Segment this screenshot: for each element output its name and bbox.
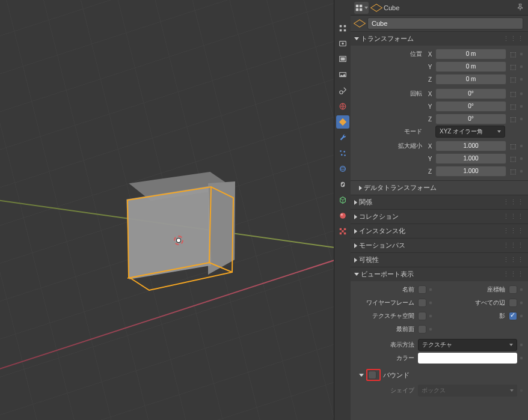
show-in-front-checkbox[interactable] [418, 325, 426, 333]
tab-output[interactable] [336, 53, 349, 66]
svg-rect-28 [360, 8, 362, 10]
object-color-field[interactable] [418, 353, 517, 364]
lock-icon[interactable]: ⬚ [509, 154, 517, 163]
show-name-checkbox[interactable] [418, 285, 426, 294]
display-as-select[interactable]: テクスチャ [418, 339, 517, 351]
location-y-field[interactable]: 0 m [435, 61, 506, 72]
lock-icon[interactable]: ⬚ [509, 62, 517, 71]
keyframe-dot[interactable] [520, 52, 523, 56]
keyframe-dot[interactable] [520, 301, 523, 305]
properties-panel: Cube トランスフォーム ⋮⋮⋮ 位置X0 m⬚ Y0 m⬚ Z0 m⬚ 回転… [351, 0, 528, 420]
keyframe-dot[interactable] [429, 288, 432, 291]
pin-icon[interactable] [516, 3, 524, 13]
viewport-3d[interactable] [0, 0, 334, 420]
keyframe-dot[interactable] [429, 314, 432, 318]
svg-point-11 [344, 154, 346, 156]
section-transform-header[interactable]: トランスフォーム ⋮⋮⋮ [351, 31, 528, 46]
svg-rect-22 [339, 233, 342, 235]
rotation-x-field[interactable]: 0° [435, 88, 506, 99]
show-texspace-checkbox[interactable] [418, 312, 426, 320]
section-viewport-display-header[interactable]: ビューポート表示⋮⋮⋮ [351, 267, 528, 281]
svg-rect-25 [356, 4, 358, 7]
section-label: トランスフォーム [361, 34, 414, 43]
svg-point-10 [340, 154, 342, 156]
svg-point-1 [342, 43, 344, 45]
svg-rect-17 [342, 228, 344, 231]
show-shadow-checkbox[interactable] [509, 312, 517, 320]
keyframe-dot[interactable] [520, 157, 523, 160]
keyframe-dot[interactable] [520, 288, 523, 291]
keyframe-dot[interactable] [520, 117, 523, 121]
svg-point-5 [339, 91, 342, 94]
svg-rect-19 [339, 230, 342, 233]
keyframe-dot[interactable] [520, 389, 523, 392]
lock-icon[interactable]: ⬚ [509, 75, 517, 84]
svg-rect-7 [339, 118, 346, 126]
scale-y-field[interactable]: 1.000 [435, 153, 506, 164]
scale-z-field[interactable]: 1.000 [435, 166, 506, 177]
tab-material[interactable] [336, 209, 349, 222]
object-name-field[interactable] [367, 17, 523, 29]
keyframe-dot[interactable] [429, 327, 432, 331]
tab-view-layer[interactable] [336, 68, 349, 82]
section-instancing-header[interactable]: インスタンス化⋮⋮⋮ [351, 224, 528, 238]
section-motion-paths-header[interactable]: モーションパス⋮⋮⋮ [351, 238, 528, 252]
location-z-field[interactable]: 0 m [435, 74, 506, 85]
keyframe-dot[interactable] [520, 105, 523, 108]
section-collections-header[interactable]: コレクション⋮⋮⋮ [351, 209, 528, 224]
svg-point-15 [340, 214, 343, 216]
panel-header: Cube [351, 0, 528, 16]
lock-icon[interactable]: ⬚ [509, 142, 517, 150]
rotation-y-field[interactable]: 0° [435, 101, 506, 112]
rotation-mode-select[interactable]: XYZ オイラー角 [435, 126, 505, 138]
tab-texture[interactable] [336, 225, 349, 238]
svg-point-12 [340, 166, 345, 172]
keyframe-dot[interactable] [520, 78, 523, 81]
lock-icon[interactable]: ⬚ [509, 90, 517, 98]
section-delta-header[interactable]: デルタトランスフォーム [351, 180, 528, 195]
rotation-z-field[interactable]: 0° [435, 114, 506, 124]
show-bounds-checkbox[interactable] [368, 371, 376, 379]
keyframe-dot[interactable] [520, 92, 523, 96]
lock-icon[interactable]: ⬚ [509, 102, 517, 111]
tab-tool[interactable] [336, 22, 349, 35]
keyframe-dot[interactable] [520, 144, 523, 148]
keyframe-dot[interactable] [520, 343, 523, 347]
keyframe-dot[interactable] [520, 314, 523, 318]
svg-rect-20 [342, 230, 344, 233]
object-icon [372, 4, 381, 12]
tab-object[interactable] [336, 115, 349, 129]
keyframe-dot[interactable] [520, 65, 523, 68]
lock-icon[interactable]: ⬚ [509, 115, 517, 123]
keyframe-dot[interactable] [429, 301, 432, 305]
tab-data[interactable] [336, 193, 349, 207]
lock-icon[interactable]: ⬚ [509, 50, 517, 58]
cursor-3d [171, 233, 186, 248]
show-wireframe-checkbox[interactable] [418, 299, 426, 307]
show-axis-checkbox[interactable] [509, 285, 517, 294]
svg-point-8 [340, 150, 342, 152]
scale-x-field[interactable]: 1.000 [435, 141, 506, 151]
object-icon [355, 19, 364, 28]
editor-type-menu[interactable] [354, 2, 369, 14]
svg-rect-3 [340, 58, 345, 61]
section-relations-header[interactable]: 関係⋮⋮⋮ [351, 195, 528, 209]
show-all-edges-checkbox[interactable] [509, 299, 517, 307]
section-bounds-header[interactable]: バウンド [351, 368, 528, 382]
breadcrumb-object: Cube [384, 4, 399, 11]
drag-handle-icon[interactable]: ⋮⋮⋮ [503, 35, 524, 43]
tab-world[interactable] [336, 100, 349, 113]
keyframe-dot[interactable] [520, 169, 523, 173]
svg-rect-24 [343, 233, 346, 235]
lock-icon[interactable]: ⬚ [509, 167, 517, 175]
tab-physics[interactable] [336, 162, 349, 175]
bounds-shape-select: ボックス [418, 385, 517, 397]
tab-modifier[interactable] [336, 131, 349, 144]
location-x-field[interactable]: 0 m [435, 49, 506, 59]
tab-scene[interactable] [336, 84, 349, 97]
keyframe-dot[interactable] [520, 356, 523, 360]
tab-particle[interactable] [336, 147, 349, 160]
tab-render[interactable] [336, 37, 349, 50]
tab-constraint[interactable] [336, 178, 349, 191]
section-visibility-header[interactable]: 可視性⋮⋮⋮ [351, 252, 528, 267]
